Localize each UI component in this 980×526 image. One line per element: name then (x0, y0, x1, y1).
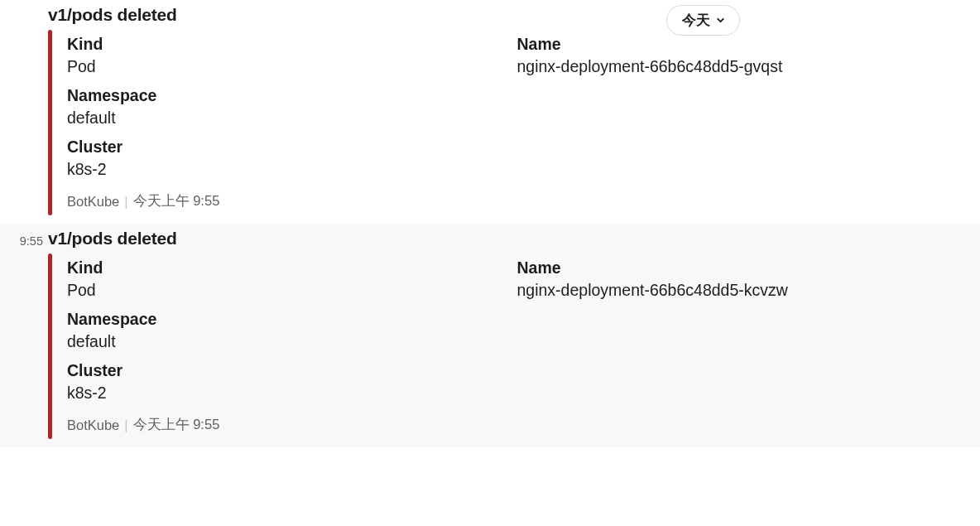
message-title: v1/pods deleted (48, 229, 967, 249)
message-body: v1/pods deleted Kind Pod Name nginx-depl… (45, 3, 967, 215)
attachment-content: Kind Pod Name nginx-deployment-66b6c48dd… (67, 253, 967, 439)
field-label: Namespace (67, 86, 950, 105)
field-value: default (67, 109, 950, 128)
footer-app[interactable]: BotKube (67, 417, 119, 433)
message-body: v1/pods deleted Kind Pod Name nginx-depl… (45, 227, 967, 439)
footer-separator: | (124, 194, 127, 210)
field-value: default (67, 332, 950, 351)
field-label: Cluster (67, 138, 950, 157)
message-row: v1/pods deleted Kind Pod Name nginx-depl… (0, 0, 980, 224)
message-timestamp[interactable]: 9:55 (20, 234, 43, 248)
field-value: nginx-deployment-66b6c48dd5-kcvzw (517, 281, 951, 300)
field-name: Name nginx-deployment-66b6c48dd5-gvqst (517, 31, 968, 83)
field-label: Kind (67, 258, 501, 277)
field-namespace: Namespace default (67, 83, 967, 134)
field-value: Pod (67, 281, 501, 300)
field-label: Cluster (67, 361, 950, 380)
attachment-color-bar (48, 253, 52, 439)
field-label: Namespace (67, 310, 950, 329)
attachment-footer: BotKube | 今天上午 9:55 (67, 416, 967, 434)
chevron-down-icon (715, 15, 726, 26)
field-label: Name (517, 35, 951, 54)
field-value: k8s-2 (67, 384, 950, 403)
date-divider-label: 今天 (682, 11, 710, 30)
field-cluster: Cluster k8s-2 (67, 134, 967, 186)
field-value: Pod (67, 57, 501, 76)
footer-separator: | (124, 417, 127, 433)
field-value: nginx-deployment-66b6c48dd5-gvqst (517, 57, 951, 76)
footer-timestamp: 今天上午 9:55 (133, 192, 220, 210)
field-value: k8s-2 (67, 160, 950, 179)
date-divider[interactable]: 今天 (666, 5, 740, 36)
field-cluster: Cluster k8s-2 (67, 358, 967, 409)
attachment-content: Kind Pod Name nginx-deployment-66b6c48dd… (67, 30, 967, 215)
field-kind: Kind Pod (67, 255, 517, 306)
field-label: Name (517, 258, 951, 277)
field-label: Kind (67, 35, 501, 54)
message-gutter: 9:55 (7, 227, 45, 249)
field-namespace: Namespace default (67, 306, 967, 358)
footer-timestamp: 今天上午 9:55 (133, 416, 220, 434)
attachment: Kind Pod Name nginx-deployment-66b6c48dd… (48, 30, 967, 215)
message-gutter (7, 3, 45, 8)
message-title: v1/pods deleted (48, 5, 967, 25)
attachment-footer: BotKube | 今天上午 9:55 (67, 192, 967, 210)
field-name: Name nginx-deployment-66b6c48dd5-kcvzw (517, 255, 968, 306)
attachment-color-bar (48, 30, 52, 215)
message-row: 9:55 v1/pods deleted Kind Pod Name nginx… (0, 224, 980, 447)
attachment: Kind Pod Name nginx-deployment-66b6c48dd… (48, 253, 967, 439)
footer-app[interactable]: BotKube (67, 194, 119, 210)
field-kind: Kind Pod (67, 31, 517, 83)
